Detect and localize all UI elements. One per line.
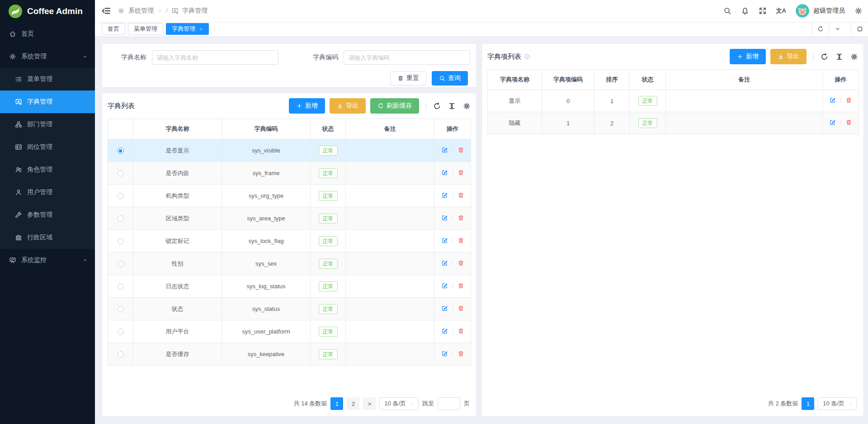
plus-icon — [296, 103, 302, 109]
table-row[interactable]: 显示01正常 — [488, 90, 859, 112]
edit-icon[interactable] — [441, 350, 448, 357]
gear-icon[interactable] — [463, 102, 471, 110]
delete-icon[interactable] — [458, 192, 464, 199]
search-button[interactable]: 查询 — [432, 71, 468, 86]
divider — [453, 283, 453, 289]
sidebar-item-dept[interactable]: 部门管理 — [0, 113, 95, 136]
table-row[interactable]: 隐藏12正常 — [488, 112, 859, 134]
page-button-2[interactable]: 2 — [347, 397, 359, 410]
navbar-actions: 文A 超级管理员 — [723, 4, 863, 18]
delete-icon[interactable] — [458, 237, 464, 244]
refresh-icon[interactable] — [821, 53, 828, 61]
dict-code-input[interactable] — [344, 50, 470, 65]
row-radio[interactable] — [118, 148, 124, 154]
translate-icon[interactable]: 文A — [776, 7, 786, 15]
reset-button[interactable]: 重置 — [390, 71, 426, 86]
edit-icon[interactable] — [441, 214, 448, 221]
sidebar-item-area[interactable]: 行政区域 — [0, 226, 95, 249]
delete-icon[interactable] — [458, 328, 464, 334]
row-radio[interactable] — [118, 215, 124, 222]
table-row[interactable]: 是否显示sys_visible正常 — [108, 139, 471, 162]
row-radio[interactable] — [118, 193, 124, 199]
table-row[interactable]: 是否缓存sys_keepalive正常 — [108, 343, 471, 366]
delete-icon[interactable] — [458, 282, 464, 289]
sidebar-item-system[interactable]: 系统管理 — [0, 45, 95, 68]
settings-gear-icon[interactable] — [854, 7, 863, 15]
dict-add-button[interactable]: 新增 — [289, 98, 325, 114]
search-icon[interactable] — [723, 7, 731, 15]
delete-icon[interactable] — [845, 97, 852, 104]
column-header: 备注 — [346, 119, 434, 139]
edit-icon[interactable] — [441, 305, 448, 312]
close-icon[interactable] — [199, 27, 203, 31]
table-row[interactable]: 日志状态sys_log_status正常 — [108, 275, 471, 298]
edit-icon[interactable] — [441, 260, 448, 267]
page-button-1[interactable]: 1 — [802, 397, 814, 410]
jump-page-input[interactable] — [438, 397, 460, 410]
sidebar-item-home[interactable]: 首页 — [0, 23, 95, 45]
delete-icon[interactable] — [458, 350, 464, 357]
sidebar-item-monitor[interactable]: 系统监控 — [0, 249, 95, 272]
sidebar-item-user[interactable]: 用户管理 — [0, 181, 95, 204]
item-export-button[interactable]: 导出 — [770, 49, 807, 64]
table-row[interactable]: 锁定标记sys_lock_flag正常 — [108, 230, 471, 252]
edit-icon[interactable] — [441, 192, 448, 199]
tabbar-maximize-button[interactable] — [851, 22, 868, 36]
avatar[interactable] — [796, 4, 809, 18]
refresh-cache-button[interactable]: 刷新缓存 — [370, 98, 419, 114]
row-radio[interactable] — [118, 306, 124, 312]
edit-icon[interactable] — [441, 282, 448, 289]
dict-export-button[interactable]: 导出 — [330, 98, 366, 114]
sidebar-item-role[interactable]: 角色管理 — [0, 158, 95, 181]
item-add-button[interactable]: 新增 — [730, 49, 766, 64]
tabbar-chevron-down-button[interactable] — [829, 22, 846, 36]
delete-icon[interactable] — [458, 260, 464, 267]
page-size-select[interactable]: 10 条/页 — [818, 397, 857, 410]
sidebar-item-menu[interactable]: 菜单管理 — [0, 68, 95, 91]
tabbar-refresh-button[interactable] — [811, 22, 829, 36]
edit-icon[interactable] — [441, 147, 448, 153]
tab-字典管理[interactable]: 字典管理 — [166, 23, 209, 35]
column-height-icon[interactable] — [835, 53, 843, 61]
page-button-1[interactable]: 1 — [330, 397, 343, 410]
delete-icon[interactable] — [458, 214, 464, 221]
sidebar-item-post[interactable]: 岗位管理 — [0, 136, 95, 158]
dict-name-input[interactable] — [152, 50, 278, 65]
edit-icon[interactable] — [441, 237, 448, 244]
refresh-icon[interactable] — [433, 102, 441, 110]
app-logo[interactable]: Coffee Admin — [0, 0, 95, 23]
table-row[interactable]: 机构类型sys_org_type正常 — [108, 185, 471, 207]
bell-icon[interactable] — [741, 7, 749, 15]
delete-icon[interactable] — [458, 169, 464, 176]
row-radio[interactable] — [118, 261, 124, 267]
delete-icon[interactable] — [458, 305, 464, 312]
user-menu[interactable]: 超级管理员 — [796, 4, 845, 18]
table-row[interactable]: 用户平台sys_user_platform正常 — [108, 320, 471, 343]
row-radio[interactable] — [118, 283, 124, 290]
row-radio[interactable] — [118, 170, 124, 176]
delete-icon[interactable] — [845, 119, 852, 126]
sidebar-item-dict[interactable]: 字典管理 — [0, 91, 95, 113]
row-radio[interactable] — [118, 351, 124, 357]
sidebar-item-param[interactable]: 参数管理 — [0, 204, 95, 226]
tab-首页[interactable]: 首页 — [102, 23, 125, 35]
edit-icon[interactable] — [829, 119, 836, 126]
table-row[interactable]: 区域类型sys_area_type正常 — [108, 207, 471, 230]
gear-icon[interactable] — [850, 53, 858, 61]
edit-icon[interactable] — [829, 97, 836, 104]
fullscreen-icon[interactable] — [759, 7, 767, 15]
tab-菜单管理[interactable]: 菜单管理 — [128, 23, 163, 35]
edit-icon[interactable] — [441, 328, 448, 334]
breadcrumb-root[interactable]: 系统管理 — [128, 7, 154, 15]
page-size-select[interactable]: 10 条/页 — [379, 397, 419, 410]
table-row[interactable]: 性别sys_sex正常 — [108, 252, 471, 275]
next-page-button[interactable]: > — [363, 397, 376, 410]
delete-icon[interactable] — [458, 147, 464, 153]
edit-icon[interactable] — [441, 169, 448, 176]
row-radio[interactable] — [118, 238, 124, 244]
row-radio[interactable] — [118, 329, 124, 335]
column-height-icon[interactable] — [448, 102, 456, 110]
table-row[interactable]: 状态sys_status正常 — [108, 298, 471, 320]
sidebar-collapse-icon[interactable] — [101, 6, 111, 16]
table-row[interactable]: 是否内嵌sys_frame正常 — [108, 162, 471, 185]
